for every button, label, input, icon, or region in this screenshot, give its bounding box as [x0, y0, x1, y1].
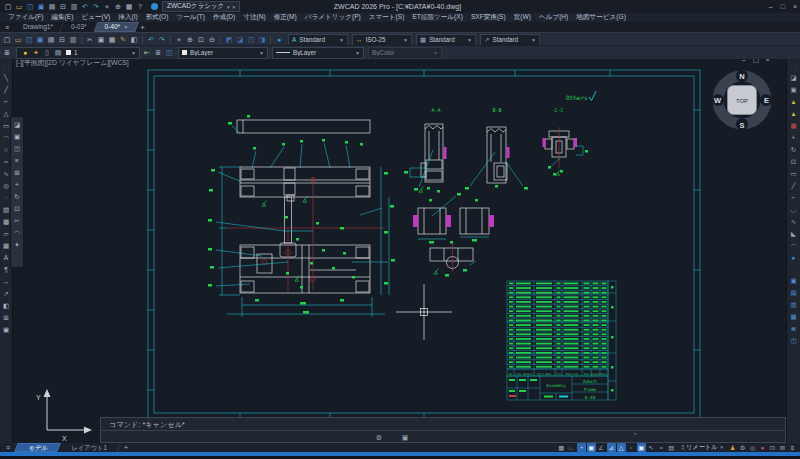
toolbar-grip[interactable]: ⋮⋮ [1, 66, 11, 70]
offset-icon[interactable]: ▲ [789, 109, 799, 118]
copy-icon[interactable]: ▣ [789, 85, 799, 94]
layer-previous-icon[interactable]: ⇤ [142, 48, 152, 58]
undo-icon[interactable]: ↶ [80, 2, 90, 12]
menu-item-10[interactable]: スマート(S) [365, 13, 409, 22]
properties-icon[interactable]: ▦ [124, 2, 134, 12]
menu-item-2[interactable]: ビュー(V) [77, 13, 114, 22]
join-icon[interactable]: ∿ [789, 217, 799, 226]
layout-tool-icon[interactable]: ▥ [789, 300, 799, 309]
array-icon[interactable]: ⊞ [12, 168, 22, 177]
menu-item-9[interactable]: パラメトリック(P) [301, 13, 365, 22]
annotation-monitor-icon[interactable]: ≈ [657, 443, 666, 452]
redo-icon[interactable]: ↷ [157, 35, 167, 45]
mirror-icon[interactable]: ◫ [12, 144, 22, 153]
construction-line-icon[interactable]: ╱ [1, 85, 11, 94]
break-icon[interactable]: ◡ [789, 205, 799, 214]
publish-icon[interactable]: ▥ [69, 2, 79, 12]
selection-cycling-icon[interactable]: ▣ [637, 443, 646, 452]
insert-block-icon[interactable]: ◧ [129, 35, 139, 45]
layer-thaw-sun-icon[interactable]: ✦ [31, 48, 41, 58]
add-layout-button[interactable]: + [119, 444, 133, 451]
save-icon[interactable]: ◫ [24, 35, 34, 45]
layer-unlock-icon[interactable]: ▯ [42, 48, 52, 58]
object-tracking-icon[interactable]: ⊿ [607, 443, 616, 452]
rotate-icon[interactable]: ↻ [789, 145, 799, 154]
layer-plot-icon[interactable]: ▤ [53, 48, 63, 58]
layer-translate-icon[interactable]: ◫ [164, 48, 174, 58]
dimension-icon[interactable]: ↔ [1, 277, 11, 286]
scale-icon[interactable]: ⊡ [12, 204, 22, 213]
zoom-window-icon[interactable]: ⊡ [196, 35, 206, 45]
array-icon[interactable]: ▦ [789, 121, 799, 130]
scale-icon[interactable]: ⊡ [789, 157, 799, 166]
menu-item-5[interactable]: ツール(T) [172, 13, 209, 22]
sheet-set-icon[interactable]: ▦ [789, 312, 799, 321]
command-panel-icon[interactable]: ▣ [400, 433, 410, 443]
zoom-extents-icon[interactable]: ⊕ [113, 2, 123, 12]
undo-icon[interactable]: ↶ [146, 35, 156, 45]
plot-preview-icon[interactable]: ⊟ [58, 2, 68, 12]
drawing-canvas[interactable] [13, 58, 786, 452]
chamfer-icon[interactable]: ◣ [789, 229, 799, 238]
close-button[interactable]: × [793, 3, 797, 10]
publish-icon[interactable]: ▥ [68, 35, 78, 45]
erase-icon[interactable]: ◪ [789, 73, 799, 82]
dynamic-input-icon[interactable]: ▫ [627, 443, 636, 452]
graphics-monitor-icon[interactable]: ▤ [667, 443, 676, 452]
pages-icon[interactable]: ≣ [789, 324, 799, 333]
zoom-realtime-icon[interactable]: ⊕ [185, 35, 195, 45]
new-file-icon[interactable]: ▢ [3, 2, 13, 12]
save-file-icon[interactable]: ◫ [25, 2, 35, 12]
menu-item-11[interactable]: ET拡張ツール(X) [408, 13, 467, 22]
dim-style-combo[interactable]: ↔ ISO-25 ▼ [352, 34, 412, 46]
polyline-icon[interactable]: ⌐ [1, 97, 11, 106]
xref-icon[interactable]: ▣ [1, 325, 11, 334]
mleader-style-combo[interactable]: ↗ Standard ▼ [480, 34, 540, 46]
layer-properties-icon[interactable]: ≣ [2, 48, 12, 58]
ungroup-icon[interactable]: ▤ [789, 288, 799, 297]
new-tab-button[interactable]: + [137, 23, 149, 32]
menu-item-14[interactable]: ヘルプ(H) [535, 13, 572, 22]
trim-icon[interactable]: ✂ [12, 216, 22, 225]
osnap-icon[interactable]: ▣ [587, 443, 596, 452]
preview-icon[interactable]: ⊟ [57, 35, 67, 45]
open-file-icon[interactable]: ▭ [14, 2, 24, 12]
fullscreen-icon[interactable]: ⊞ [778, 443, 787, 452]
command-line-panel[interactable]: コマンド: *キャンセル* [100, 417, 786, 443]
block-icon[interactable]: ◧ [1, 301, 11, 310]
units-selector[interactable]: ミリメートル ▼ [677, 443, 727, 452]
maximize-button[interactable]: □ [781, 3, 785, 10]
render-icon[interactable]: ● [274, 35, 284, 45]
menu-item-4[interactable]: 形式(O) [142, 13, 173, 22]
mirror-icon[interactable]: ▲ [789, 97, 799, 106]
explode-icon[interactable]: ✦ [12, 240, 22, 249]
minimize-button[interactable]: – [769, 3, 773, 10]
trim-icon[interactable]: ╱ [789, 181, 799, 190]
doc-tab-0-03[interactable]: 0-03* [62, 22, 96, 32]
viewport-controls-label[interactable]: [-][平面図][2D ワイヤフレーム][WCS] [16, 58, 129, 68]
menu-item-13[interactable]: 窓(W) [510, 13, 535, 22]
layout1-tab[interactable]: レイアウト1 [59, 443, 119, 452]
viewport-single-icon[interactable]: ◩ [224, 35, 234, 45]
isolate-objects-icon[interactable]: ◎ [748, 443, 757, 452]
menu-item-0[interactable]: ファイル(F) [4, 13, 47, 22]
linetype-combo[interactable]: ByLayer ▼ [272, 47, 364, 59]
performance-icon[interactable]: ● [758, 443, 767, 452]
viewport-multi-icon[interactable]: ◪ [235, 35, 245, 45]
clean-screen-icon[interactable]: ⊡ [768, 443, 777, 452]
command-input[interactable] [101, 430, 785, 442]
paste-icon[interactable]: ▦ [107, 35, 117, 45]
status-menu-icon[interactable]: ≡ [788, 443, 797, 452]
cut-icon[interactable]: ✂ [85, 35, 95, 45]
leader-icon[interactable]: ↗ [1, 289, 11, 298]
menu-item-3[interactable]: 挿入(I) [114, 13, 141, 22]
save-as-icon[interactable]: ▣ [36, 2, 46, 12]
save-all-icon[interactable]: ▣ [35, 35, 45, 45]
pan-icon[interactable]: ⌖ [174, 35, 184, 45]
pan-icon[interactable]: ⌖ [102, 2, 112, 12]
zoom-previous-icon[interactable]: ⊖ [207, 35, 217, 45]
ortho-icon[interactable]: ∟ [567, 443, 576, 452]
settings-gear-icon[interactable]: ⚙ [374, 433, 384, 443]
stretch-icon[interactable]: ▭ [789, 169, 799, 178]
polar-tracking-icon[interactable]: ◔ [577, 443, 586, 452]
